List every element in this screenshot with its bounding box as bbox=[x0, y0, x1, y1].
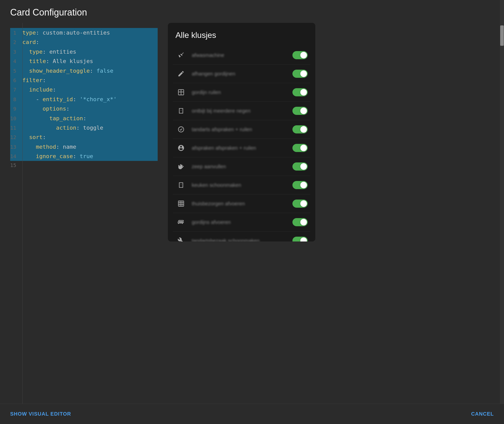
entity-toggle[interactable] bbox=[292, 88, 308, 96]
entity-toggle[interactable] bbox=[292, 218, 308, 226]
line-number: 15 bbox=[10, 161, 20, 170]
footer: SHOW VISUAL EDITOR CANCEL bbox=[0, 404, 504, 424]
entity-name: tandarts afspraken + ruilen bbox=[192, 127, 287, 132]
code-line-6: 6filter: bbox=[10, 75, 158, 85]
show-visual-editor-button[interactable]: SHOW VISUAL EDITOR bbox=[10, 411, 71, 417]
code-line-1: 1type: custom:auto-entities bbox=[10, 28, 158, 37]
line-content: type: entities bbox=[20, 47, 76, 56]
line-content: - entity_id: '*chore_x*' bbox=[20, 95, 117, 104]
toggle-thumb bbox=[300, 182, 307, 188]
entity-toggle[interactable] bbox=[292, 162, 308, 171]
code-line-10: 10 tap_action: bbox=[10, 114, 158, 123]
code-line-12: 12 sort: bbox=[10, 132, 158, 142]
line-number: 13 bbox=[10, 143, 20, 151]
entity-list: afwasmachineafhangen gordijnengordijn ru… bbox=[173, 46, 310, 241]
entity-row[interactable]: ontbijt bij meerdere negen bbox=[173, 102, 310, 120]
preview-panel: Alle klusjes afwasmachineafhangen gordij… bbox=[168, 23, 315, 241]
entity-row[interactable]: keuken schoonmaken bbox=[173, 176, 310, 194]
entity-icon bbox=[175, 50, 187, 61]
line-content: tap_action: bbox=[20, 114, 86, 123]
entity-row[interactable]: tandarts afspraken + ruilen bbox=[173, 120, 310, 139]
toggle-thumb bbox=[300, 200, 307, 207]
line-number: 9 bbox=[10, 104, 20, 113]
toggle-thumb bbox=[300, 145, 307, 151]
code-line-11: 11 action: toggle bbox=[10, 123, 158, 132]
line-number: 6 bbox=[10, 76, 20, 85]
code-line-15: 15 bbox=[10, 161, 158, 170]
entity-icon bbox=[175, 217, 187, 228]
entity-toggle[interactable] bbox=[292, 144, 308, 152]
line-content: options: bbox=[20, 104, 69, 113]
code-line-2: 2card: bbox=[10, 37, 158, 47]
line-content: sort: bbox=[20, 132, 46, 142]
header: Card Configuration bbox=[0, 0, 504, 23]
entity-row[interactable]: gordijn ruilen bbox=[173, 83, 310, 102]
toggle-thumb bbox=[300, 163, 307, 170]
entity-icon bbox=[175, 161, 187, 172]
scrollbar[interactable] bbox=[500, 0, 504, 424]
entity-toggle[interactable] bbox=[292, 200, 308, 208]
entity-toggle[interactable] bbox=[292, 70, 308, 78]
entity-row[interactable]: gordijns afvoeren bbox=[173, 213, 310, 232]
line-content: action: toggle bbox=[20, 123, 103, 132]
line-number: 11 bbox=[10, 124, 20, 132]
scrollbar-thumb[interactable] bbox=[500, 25, 504, 46]
entity-name: gordijn ruilen bbox=[192, 89, 287, 95]
line-number: 12 bbox=[10, 133, 20, 142]
line-content: type: custom:auto-entities bbox=[20, 28, 110, 37]
entity-toggle[interactable] bbox=[292, 181, 308, 189]
entity-icon bbox=[175, 235, 187, 241]
code-line-8: 8 - entity_id: '*chore_x*' bbox=[10, 95, 158, 104]
entity-toggle[interactable] bbox=[292, 237, 308, 241]
entity-name: afwasmachine bbox=[192, 52, 287, 58]
entity-name: keuken schoonmaken bbox=[192, 182, 287, 188]
toggle-thumb bbox=[300, 126, 307, 133]
svg-rect-4 bbox=[179, 201, 184, 206]
toggle-thumb bbox=[300, 108, 307, 114]
entity-row[interactable]: thuisbezorgen afvoeren bbox=[173, 194, 310, 213]
entity-icon bbox=[175, 142, 187, 154]
entity-icon bbox=[175, 124, 187, 135]
toggle-thumb bbox=[300, 89, 307, 96]
main-content: 1type: custom:auto-entities2card:3 type:… bbox=[0, 23, 504, 411]
entity-row[interactable]: zeep aanvullen bbox=[173, 157, 310, 176]
entity-toggle[interactable] bbox=[292, 125, 308, 133]
toggle-thumb bbox=[300, 70, 307, 77]
entity-toggle[interactable] bbox=[292, 107, 308, 115]
line-content: show_header_toggle: false bbox=[20, 66, 113, 75]
code-line-14: 14 ignore_case: true bbox=[10, 152, 158, 161]
line-number: 7 bbox=[10, 85, 20, 94]
line-content: ignore_case: true bbox=[20, 152, 93, 161]
line-content: method: name bbox=[20, 142, 76, 152]
entity-row[interactable]: tandartsbezaak schoonmaken bbox=[173, 232, 310, 241]
entity-icon bbox=[175, 68, 187, 79]
code-line-4: 4 title: Alle klusjes bbox=[10, 56, 158, 66]
cancel-button[interactable]: CANCEL bbox=[471, 411, 494, 417]
line-content: title: Alle klusjes bbox=[20, 56, 93, 66]
code-line-3: 3 type: entities bbox=[10, 47, 158, 56]
line-content: card: bbox=[20, 37, 39, 47]
entity-icon bbox=[175, 105, 187, 116]
entity-name: zeep aanvullen bbox=[192, 164, 287, 170]
code-line-13: 13 method: name bbox=[10, 142, 158, 152]
toggle-thumb bbox=[300, 219, 307, 225]
line-number: 2 bbox=[10, 38, 20, 47]
entity-row[interactable]: afspraken afspraken + ruilen bbox=[173, 139, 310, 157]
entity-toggle[interactable] bbox=[292, 51, 308, 59]
entity-name: ontbijt bij meerdere negen bbox=[192, 108, 287, 114]
line-number: 14 bbox=[10, 152, 20, 161]
entity-row[interactable]: afhangen gordijnen bbox=[173, 65, 310, 83]
code-line-9: 9 options: bbox=[10, 104, 158, 113]
entity-row[interactable]: afwasmachine bbox=[173, 46, 310, 65]
entity-name: tandartsbezaak schoonmaken bbox=[192, 238, 287, 242]
line-number: 4 bbox=[10, 57, 20, 66]
entity-name: afhangen gordijnen bbox=[192, 71, 287, 77]
line-number: 3 bbox=[10, 48, 20, 56]
preview-title: Alle klusjes bbox=[173, 31, 310, 40]
line-number: 8 bbox=[10, 95, 20, 104]
code-line-5: 5 show_header_toggle: false bbox=[10, 66, 158, 75]
line-content: include: bbox=[20, 85, 56, 94]
page-title: Card Configuration bbox=[10, 7, 494, 18]
code-editor[interactable]: 1type: custom:auto-entities2card:3 type:… bbox=[10, 23, 158, 411]
entity-name: gordijns afvoeren bbox=[192, 219, 287, 225]
